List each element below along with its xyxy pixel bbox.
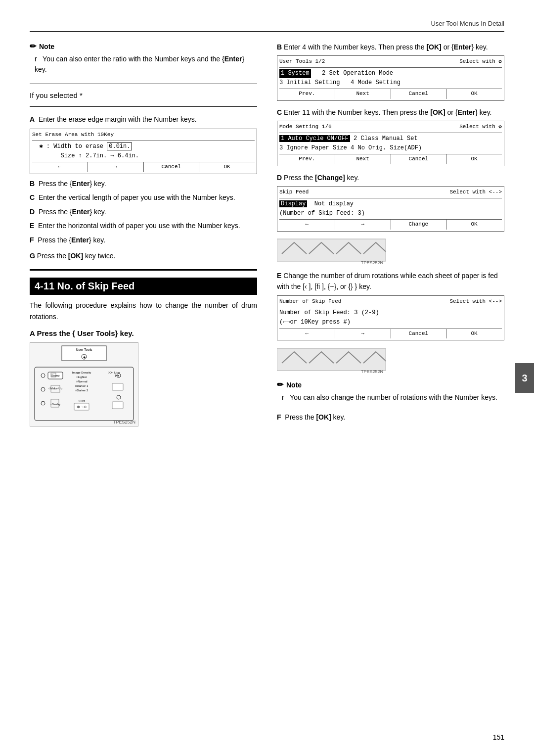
zigzag-diagram-1: TPES252N [277,236,386,265]
svg-rect-25 [112,383,123,390]
note-section: ✏ Note r You can also enter the ratio wi… [30,42,257,75]
page-header: User Tool Menus In Detail [30,20,504,32]
step-c-text: C Enter the vertical length of paper you… [30,192,257,203]
note-body-2: r You can also change the number of rota… [282,392,504,403]
svg-text:⊕→0: ⊕→0 [77,405,87,409]
step-e-right-text: E Change the number of drum rotations wh… [277,270,504,292]
note-body: r You can also enter the ratio with the … [35,54,257,75]
svg-text:○Lighter: ○Lighter [76,376,87,378]
svg-rect-27 [112,402,123,409]
divider1 [30,84,257,84]
step-c-right-text: C Enter 11 with the Number keys. Then pr… [277,107,504,118]
svg-point-11 [41,401,45,405]
step-b-left-text: B Press the {Enter} key. [30,178,257,189]
step-f-text: F Press the {Enter} key. [30,235,257,245]
note-icon-2: ✏ [277,380,283,389]
svg-point-26 [117,395,121,399]
section-title: 4-11 No. of Skip Feed [30,278,257,295]
svg-text:○Darker 2: ○Darker 2 [75,389,89,392]
step-f-right-text: F Press the [OK] key. [277,412,504,423]
section-intro: The following procedure explains how to … [30,300,257,322]
svg-point-8 [41,387,45,391]
svg-text:↦: ↦ [115,373,119,378]
caption-zigzag2: TPES252N [361,369,383,374]
note-section-2: ✏ Note r You can also change the number … [277,380,504,403]
step-e-text: E Enter the horizontal width of paper yo… [30,220,257,231]
keyboard-svg: User Tools ◈ Stamp ○Make-Up ○Overlay [32,345,136,424]
svg-text:○Make-Up: ○Make-Up [48,387,63,390]
step-d-text: D Press the {Enter} key. [30,206,257,217]
svg-text:○Tint: ○Tint [78,399,85,402]
step-a-text: A Enter the erase edge margin with the N… [30,114,257,125]
note-title-2: ✏ Note [277,380,504,389]
step-g-text: G Press the [OK] key twice. [30,250,257,261]
svg-rect-30 [277,348,386,371]
step-d-right-text: D Press the [Change] key. [277,172,504,183]
note-title: ✏ Note [30,42,257,51]
step-a2-label: A Press the { User Tools} key. [30,329,257,337]
svg-text:○Overlay: ○Overlay [50,403,61,406]
svg-text:User Tools: User Tools [76,348,92,351]
lcd-screen-2: User Tools 1/2 Select with ✿ 1 System 2 … [277,55,504,101]
note-icon: ✏ [30,42,36,51]
svg-text:Stamp: Stamp [51,374,60,377]
tab-marker: 3 [515,363,534,393]
lcd-screen-3: Mode Setting 1/6 Select with ✿ 1 Auto Cy… [277,121,504,166]
left-column: ✏ Note r You can also enter the ratio wi… [30,42,257,431]
svg-rect-29 [277,239,386,261]
zigzag-diagram-2: TPES252N [277,344,386,374]
lcd-screen-1: Set Erase Area with 10Key ✱ : Width to e… [30,129,257,174]
caption-keyboard: TPES252N [113,420,135,425]
if-selected-heading: If you selected * [30,91,257,99]
svg-text:○Normal: ○Normal [76,380,88,383]
svg-text:Image Density: Image Density [72,371,91,374]
lcd-screen-5: Number of Skip Feed Select with <--> Num… [277,295,504,341]
keyboard-diagram: User Tools ◈ Stamp ○Make-Up ○Overlay [30,342,138,426]
step-b-right-text: B Enter 4 with the Number keys. Then pre… [277,42,504,52]
header-title: User Tool Menus In Detail [431,20,504,27]
svg-point-4 [41,374,45,378]
svg-text:●Darker 1: ●Darker 1 [75,384,89,387]
lcd-screen-4: Skip Feed Select with <--> Display Not d… [277,186,504,232]
caption-zigzag1: TPES252N [361,260,383,265]
page-number: 151 [493,733,504,741]
divider2 [30,106,257,107]
right-column: B Enter 4 with the Number keys. Then pre… [277,42,504,431]
divider3 [30,269,257,271]
